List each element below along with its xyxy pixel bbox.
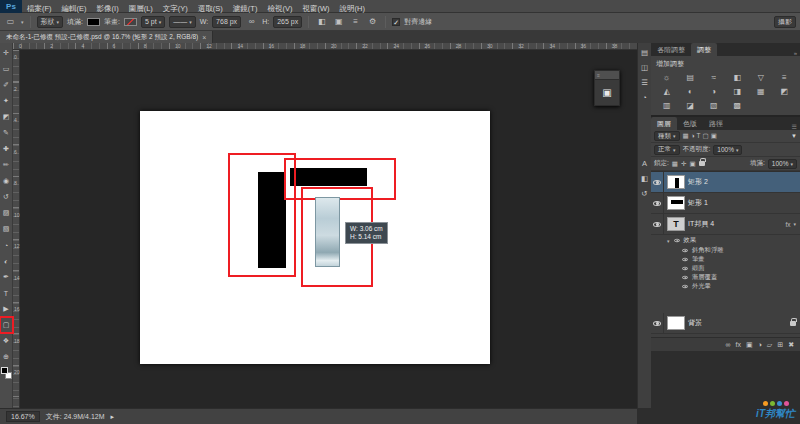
layer-thumbnail[interactable] — [667, 196, 685, 210]
layer-effect-item[interactable]: 筆畫 — [651, 255, 800, 264]
layer-row[interactable]: 背景 — [651, 313, 800, 334]
menu-edit[interactable]: 編輯(E) — [57, 4, 92, 13]
layer-filter-select[interactable]: 種類 ▾ — [654, 131, 680, 141]
opacity-input[interactable]: 100% ▾ — [713, 145, 742, 155]
gear-icon[interactable]: ⚙ — [366, 16, 379, 28]
collapse-panels-icon[interactable]: » — [791, 50, 800, 56]
layer-effect-item[interactable]: 外光暈 — [651, 282, 800, 291]
rectangular-marquee-tool[interactable]: ▭ — [0, 61, 13, 77]
layer-visibility-cell[interactable] — [651, 193, 664, 213]
layer-row[interactable]: 矩形 2 — [651, 172, 800, 193]
history-brush-tool[interactable]: ↺ — [0, 189, 13, 205]
rectangle-tool[interactable]: ▢ — [0, 317, 13, 333]
gradient-map-icon[interactable]: ▩ — [726, 99, 750, 112]
lock-position-icon[interactable]: ✛ — [681, 160, 686, 168]
collapsed-properties-panel-icon[interactable]: ▤ — [639, 46, 651, 58]
visibility-eye-icon[interactable] — [653, 180, 661, 185]
path-arrangement-icon[interactable]: ≡ — [349, 16, 362, 28]
adjustment-layer-icon[interactable]: ◑ — [758, 341, 762, 348]
layer-mask-icon[interactable]: ▣ — [746, 341, 753, 349]
layer-effect-item[interactable]: 緞面 — [651, 264, 800, 273]
fx-badge[interactable]: fx — [785, 221, 790, 228]
path-alignment-icon[interactable]: ▣ — [332, 16, 345, 28]
dodge-tool[interactable]: ◐ — [0, 253, 13, 269]
panel-menu-icon[interactable]: ☰ — [789, 123, 800, 130]
visibility-eye-icon[interactable] — [682, 276, 688, 280]
tab-adjustments[interactable]: 調整 — [691, 43, 717, 56]
horizontal-ruler[interactable]: 02468101214161820222426283032343638 — [13, 43, 637, 50]
stroke-width-select[interactable]: 5 pt ▾ — [141, 16, 165, 28]
crop-tool[interactable]: ◩ — [0, 109, 13, 125]
tab-adjustments-left[interactable]: 各階調整 — [651, 43, 691, 56]
layer-thumbnail[interactable] — [667, 175, 685, 189]
brush-tool[interactable]: ✏ — [0, 157, 13, 173]
menu-window[interactable]: 視窗(W) — [297, 4, 334, 13]
stroke-swatch[interactable] — [124, 18, 137, 26]
hue-saturation-icon[interactable]: ≡ — [773, 71, 797, 84]
zoom-level-input[interactable]: 16.67% — [6, 411, 40, 422]
brightness-contrast-icon[interactable]: ☼ — [655, 71, 679, 84]
visibility-eye-icon[interactable] — [682, 258, 688, 262]
menu-help[interactable]: 說明(H) — [335, 4, 370, 13]
zoom-tool[interactable]: ⊕ — [0, 349, 13, 365]
hand-tool[interactable]: ❖ — [0, 333, 13, 349]
filter-type-icon[interactable]: T — [697, 132, 701, 140]
foreground-color-swatch[interactable] — [1, 367, 8, 374]
new-layer-icon[interactable]: ⊞ — [777, 341, 783, 349]
collapsed-history-panel-icon[interactable]: ↺ — [639, 187, 651, 199]
lock-transparent-icon[interactable]: ▦ — [672, 160, 678, 168]
eraser-tool[interactable]: ▨ — [0, 205, 13, 221]
clone-stamp-tool[interactable]: ◉ — [0, 173, 13, 189]
filter-shape-icon[interactable]: ▢ — [703, 132, 709, 140]
close-icon[interactable]: × — [202, 34, 206, 41]
tab-paths[interactable]: 路徑 — [703, 117, 729, 130]
background-thumbnail[interactable] — [667, 316, 685, 330]
blur-tool[interactable]: ◔ — [0, 237, 13, 253]
channel-mixer-icon[interactable]: ◨ — [726, 85, 750, 98]
quick-selection-tool[interactable]: ✦ — [0, 93, 13, 109]
filter-smart-object-icon[interactable]: ▣ — [711, 132, 717, 140]
layer-row[interactable]: 矩形 1 — [651, 193, 800, 214]
stroke-style-select[interactable]: —— ▾ — [169, 16, 196, 28]
color-lookup-icon[interactable]: ▦ — [749, 85, 773, 98]
vertical-ruler[interactable]: 02468101214161820 — [13, 50, 20, 408]
visibility-eye-icon[interactable] — [682, 267, 688, 271]
filter-adjustment-icon[interactable]: ◑ — [691, 132, 695, 140]
tool-preset-icon[interactable]: ▭ — [4, 16, 17, 28]
floating-panel-header[interactable]: ≡ — [594, 70, 620, 80]
lock-image-icon[interactable]: ▣ — [689, 160, 695, 168]
layer-effect-item[interactable]: 斜角和浮雕 — [651, 246, 800, 255]
lock-all-icon[interactable] — [699, 161, 705, 166]
threshold-icon[interactable]: ◪ — [679, 99, 703, 112]
eyedropper-tool[interactable]: ✎ — [0, 125, 13, 141]
fill-opacity-input[interactable]: 100% ▾ — [768, 159, 797, 169]
collapsed-histogram-panel-icon[interactable]: ☰ — [639, 76, 651, 88]
levels-icon[interactable]: ▤ — [679, 71, 703, 84]
photo-filter-icon[interactable]: ◑ — [702, 85, 726, 98]
move-tool[interactable]: ✛ — [0, 45, 13, 61]
collapsed-info-panel-icon[interactable]: ◫ — [639, 61, 651, 73]
new-group-icon[interactable]: ▱ — [767, 341, 772, 349]
visibility-eye-icon[interactable] — [653, 321, 661, 326]
tab-channels[interactable]: 色版 — [677, 117, 703, 130]
color-balance-icon[interactable]: ◭ — [655, 85, 679, 98]
layer-visibility-cell[interactable] — [651, 313, 664, 333]
collapsed-character-panel-icon[interactable]: A — [639, 157, 651, 169]
layer-row[interactable]: TIT邦貝 4fx▾ — [651, 214, 800, 235]
path-selection-tool[interactable]: ▶ — [0, 301, 13, 317]
filter-funnel-icon[interactable]: ▼ — [791, 133, 797, 139]
gradient-tool[interactable]: ▧ — [0, 221, 13, 237]
link-dimensions-icon[interactable]: ∞ — [245, 16, 258, 28]
visibility-eye-icon[interactable] — [653, 222, 661, 227]
menu-layer[interactable]: 圖層(L) — [124, 4, 158, 13]
height-input[interactable]: 265 px — [273, 16, 302, 28]
shape-mode-select[interactable]: 形狀 ▾ — [37, 16, 64, 28]
layer-visibility-cell[interactable] — [651, 172, 664, 192]
visibility-eye-icon[interactable] — [674, 239, 680, 243]
visibility-eye-icon[interactable] — [682, 285, 688, 289]
delete-layer-icon[interactable]: ✖ — [788, 341, 794, 349]
text-layer-thumbnail[interactable]: T — [667, 217, 685, 231]
menu-file[interactable]: 檔案(F) — [22, 4, 57, 13]
layer-style-icon[interactable]: fx — [736, 341, 741, 348]
pen-tool[interactable]: ✒ — [0, 269, 13, 285]
